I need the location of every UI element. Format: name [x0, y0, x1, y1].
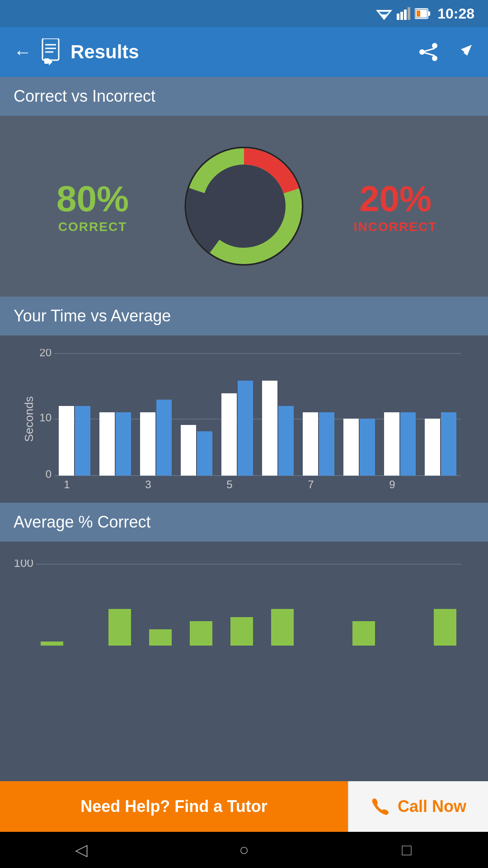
- svg-rect-45: [319, 412, 334, 476]
- svg-text:5: 5: [226, 478, 232, 491]
- svg-rect-47: [360, 419, 375, 476]
- svg-rect-15: [44, 58, 49, 64]
- time-vs-average-title: Your Time vs Average: [14, 307, 171, 325]
- correct-stat: 80% CORRECT: [14, 178, 172, 234]
- bottom-banner[interactable]: Need Help? Find a Tutor Call Now: [0, 781, 488, 832]
- svg-rect-3: [397, 14, 399, 20]
- svg-rect-46: [343, 419, 359, 476]
- svg-text:100: 100: [14, 560, 33, 570]
- call-now-button[interactable]: Call Now: [348, 781, 488, 832]
- svg-rect-66: [434, 609, 456, 646]
- svg-rect-9: [428, 11, 430, 16]
- nav-home-button[interactable]: ○: [226, 836, 262, 863]
- svg-rect-4: [400, 12, 403, 20]
- time-display: 10:28: [437, 5, 474, 22]
- svg-rect-51: [441, 412, 456, 476]
- avg-chart-svg: 100: [14, 560, 474, 650]
- time-chart-area: 20 10 0: [32, 349, 474, 494]
- svg-rect-44: [303, 412, 318, 476]
- svg-point-17: [432, 43, 437, 48]
- donut-svg: [172, 134, 316, 278]
- correct-incorrect-title: Correct vs Incorrect: [14, 87, 155, 105]
- svg-text:9: 9: [389, 478, 395, 491]
- svg-rect-42: [262, 381, 277, 476]
- svg-rect-37: [156, 400, 172, 476]
- svg-text:0: 0: [46, 468, 52, 480]
- svg-rect-39: [197, 431, 212, 476]
- app-bar: ← Results: [0, 27, 488, 77]
- svg-rect-43: [278, 406, 294, 476]
- svg-rect-38: [181, 425, 196, 476]
- svg-point-18: [432, 56, 437, 61]
- nav-home-icon: ○: [239, 840, 249, 859]
- page-title: Results: [70, 41, 418, 63]
- svg-rect-34: [99, 412, 115, 476]
- find-tutor-label: Need Help? Find a Tutor: [80, 797, 267, 816]
- svg-rect-64: [271, 609, 294, 646]
- svg-rect-6: [408, 7, 410, 20]
- svg-text:20: 20: [39, 349, 52, 359]
- action-icons: [418, 42, 474, 62]
- avg-correct-header: Average % Correct: [0, 503, 488, 542]
- nav-bar: ◁ ○ □: [0, 832, 488, 868]
- svg-rect-61: [149, 629, 172, 646]
- svg-text:7: 7: [308, 478, 314, 491]
- incorrect-label: INCORRECT: [316, 220, 474, 234]
- svg-text:3: 3: [145, 478, 151, 491]
- correct-incorrect-header: Correct vs Incorrect: [0, 77, 488, 116]
- svg-text:1: 1: [64, 478, 70, 491]
- back-button[interactable]: ←: [14, 42, 32, 62]
- incorrect-stat: 20% INCORRECT: [316, 178, 474, 234]
- svg-rect-60: [108, 609, 131, 646]
- svg-point-25: [204, 166, 284, 246]
- svg-marker-2: [380, 14, 389, 20]
- svg-rect-62: [190, 621, 212, 646]
- time-chart-section: Seconds 20 10 0: [0, 335, 488, 503]
- time-chart-svg: 20 10 0: [32, 349, 474, 494]
- status-icons: [376, 7, 430, 20]
- svg-marker-16: [49, 58, 52, 66]
- svg-rect-48: [384, 412, 399, 476]
- svg-rect-11: [42, 38, 59, 60]
- donut-chart-section: 80% CORRECT 20% INCORRECT: [0, 116, 488, 297]
- battery-icon: [415, 8, 430, 19]
- correct-percent: 80%: [14, 178, 172, 220]
- svg-rect-49: [400, 412, 416, 476]
- svg-rect-36: [140, 412, 155, 476]
- avg-correct-title: Average % Correct: [14, 513, 150, 531]
- signal-icon: [397, 7, 410, 20]
- svg-rect-35: [116, 412, 131, 476]
- share-icon[interactable]: [418, 42, 438, 62]
- wifi-icon: [376, 7, 392, 20]
- nav-back-icon: ◁: [75, 840, 88, 859]
- svg-rect-63: [230, 617, 253, 646]
- doc-icon: [41, 38, 63, 66]
- svg-rect-50: [425, 419, 440, 476]
- status-bar: 10:28: [0, 0, 488, 27]
- svg-rect-32: [59, 406, 74, 476]
- time-vs-average-header: Your Time vs Average: [0, 297, 488, 335]
- svg-rect-65: [352, 621, 375, 646]
- call-now-label: Call Now: [398, 797, 466, 816]
- find-tutor-button[interactable]: Need Help? Find a Tutor: [0, 781, 348, 832]
- nav-recent-icon: □: [402, 840, 412, 859]
- svg-rect-40: [221, 393, 237, 476]
- svg-rect-59: [41, 642, 63, 646]
- nav-back-button[interactable]: ◁: [63, 836, 99, 863]
- avg-chart-area: 100: [14, 560, 474, 650]
- correct-label: CORRECT: [14, 220, 172, 234]
- incorrect-percent: 20%: [316, 178, 474, 220]
- flag-icon[interactable]: [452, 42, 474, 62]
- svg-rect-10: [417, 10, 420, 17]
- svg-text:10: 10: [39, 411, 52, 424]
- donut-chart: [172, 134, 316, 278]
- svg-rect-5: [404, 9, 407, 20]
- svg-rect-41: [238, 381, 253, 476]
- phone-icon: [371, 797, 390, 816]
- avg-correct-section: 100: [0, 542, 488, 655]
- nav-recent-button[interactable]: □: [389, 836, 425, 863]
- svg-rect-33: [75, 406, 90, 476]
